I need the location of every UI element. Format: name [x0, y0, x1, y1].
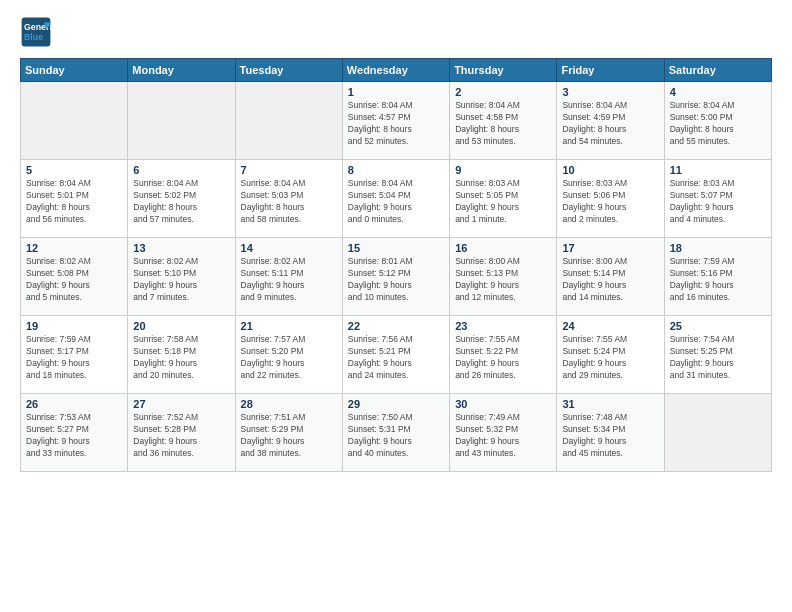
day-info: Sunrise: 8:03 AM Sunset: 5:05 PM Dayligh… — [455, 178, 551, 226]
calendar-cell: 5Sunrise: 8:04 AM Sunset: 5:01 PM Daylig… — [21, 160, 128, 238]
calendar-cell: 10Sunrise: 8:03 AM Sunset: 5:06 PM Dayli… — [557, 160, 664, 238]
calendar-cell: 14Sunrise: 8:02 AM Sunset: 5:11 PM Dayli… — [235, 238, 342, 316]
day-number: 1 — [348, 86, 444, 98]
day-number: 5 — [26, 164, 122, 176]
calendar-cell — [128, 82, 235, 160]
day-info: Sunrise: 8:04 AM Sunset: 4:59 PM Dayligh… — [562, 100, 658, 148]
calendar-cell: 24Sunrise: 7:55 AM Sunset: 5:24 PM Dayli… — [557, 316, 664, 394]
day-number: 26 — [26, 398, 122, 410]
column-header-friday: Friday — [557, 59, 664, 82]
column-header-thursday: Thursday — [450, 59, 557, 82]
day-info: Sunrise: 7:55 AM Sunset: 5:24 PM Dayligh… — [562, 334, 658, 382]
day-number: 2 — [455, 86, 551, 98]
day-info: Sunrise: 8:02 AM Sunset: 5:10 PM Dayligh… — [133, 256, 229, 304]
calendar-cell: 23Sunrise: 7:55 AM Sunset: 5:22 PM Dayli… — [450, 316, 557, 394]
day-number: 17 — [562, 242, 658, 254]
calendar-cell: 25Sunrise: 7:54 AM Sunset: 5:25 PM Dayli… — [664, 316, 771, 394]
day-number: 9 — [455, 164, 551, 176]
calendar-cell: 9Sunrise: 8:03 AM Sunset: 5:05 PM Daylig… — [450, 160, 557, 238]
day-info: Sunrise: 7:59 AM Sunset: 5:17 PM Dayligh… — [26, 334, 122, 382]
day-info: Sunrise: 8:04 AM Sunset: 4:58 PM Dayligh… — [455, 100, 551, 148]
day-number: 29 — [348, 398, 444, 410]
day-info: Sunrise: 7:58 AM Sunset: 5:18 PM Dayligh… — [133, 334, 229, 382]
week-row-3: 12Sunrise: 8:02 AM Sunset: 5:08 PM Dayli… — [21, 238, 772, 316]
calendar-cell: 31Sunrise: 7:48 AM Sunset: 5:34 PM Dayli… — [557, 394, 664, 472]
column-header-wednesday: Wednesday — [342, 59, 449, 82]
calendar-cell: 16Sunrise: 8:00 AM Sunset: 5:13 PM Dayli… — [450, 238, 557, 316]
page-container: General Blue SundayMondayTuesdayWednesda… — [0, 0, 792, 482]
calendar-cell: 18Sunrise: 7:59 AM Sunset: 5:16 PM Dayli… — [664, 238, 771, 316]
day-number: 16 — [455, 242, 551, 254]
day-info: Sunrise: 7:56 AM Sunset: 5:21 PM Dayligh… — [348, 334, 444, 382]
day-number: 12 — [26, 242, 122, 254]
day-number: 8 — [348, 164, 444, 176]
day-number: 31 — [562, 398, 658, 410]
svg-text:Blue: Blue — [24, 32, 43, 42]
day-info: Sunrise: 8:02 AM Sunset: 5:08 PM Dayligh… — [26, 256, 122, 304]
calendar-cell: 13Sunrise: 8:02 AM Sunset: 5:10 PM Dayli… — [128, 238, 235, 316]
header-row: SundayMondayTuesdayWednesdayThursdayFrid… — [21, 59, 772, 82]
calendar-cell: 15Sunrise: 8:01 AM Sunset: 5:12 PM Dayli… — [342, 238, 449, 316]
logo-icon: General Blue — [20, 16, 52, 48]
day-info: Sunrise: 7:51 AM Sunset: 5:29 PM Dayligh… — [241, 412, 337, 460]
day-info: Sunrise: 8:03 AM Sunset: 5:07 PM Dayligh… — [670, 178, 766, 226]
day-info: Sunrise: 7:57 AM Sunset: 5:20 PM Dayligh… — [241, 334, 337, 382]
calendar-cell: 7Sunrise: 8:04 AM Sunset: 5:03 PM Daylig… — [235, 160, 342, 238]
calendar-cell: 20Sunrise: 7:58 AM Sunset: 5:18 PM Dayli… — [128, 316, 235, 394]
week-row-1: 1Sunrise: 8:04 AM Sunset: 4:57 PM Daylig… — [21, 82, 772, 160]
calendar-cell: 11Sunrise: 8:03 AM Sunset: 5:07 PM Dayli… — [664, 160, 771, 238]
day-number: 30 — [455, 398, 551, 410]
day-number: 4 — [670, 86, 766, 98]
day-info: Sunrise: 8:04 AM Sunset: 4:57 PM Dayligh… — [348, 100, 444, 148]
day-number: 10 — [562, 164, 658, 176]
calendar-cell: 21Sunrise: 7:57 AM Sunset: 5:20 PM Dayli… — [235, 316, 342, 394]
calendar-cell: 4Sunrise: 8:04 AM Sunset: 5:00 PM Daylig… — [664, 82, 771, 160]
day-number: 28 — [241, 398, 337, 410]
column-header-sunday: Sunday — [21, 59, 128, 82]
calendar-cell: 27Sunrise: 7:52 AM Sunset: 5:28 PM Dayli… — [128, 394, 235, 472]
day-number: 27 — [133, 398, 229, 410]
day-number: 11 — [670, 164, 766, 176]
calendar-cell — [235, 82, 342, 160]
day-number: 21 — [241, 320, 337, 332]
day-number: 22 — [348, 320, 444, 332]
week-row-4: 19Sunrise: 7:59 AM Sunset: 5:17 PM Dayli… — [21, 316, 772, 394]
day-number: 14 — [241, 242, 337, 254]
calendar-cell: 1Sunrise: 8:04 AM Sunset: 4:57 PM Daylig… — [342, 82, 449, 160]
calendar-cell: 29Sunrise: 7:50 AM Sunset: 5:31 PM Dayli… — [342, 394, 449, 472]
column-header-monday: Monday — [128, 59, 235, 82]
day-info: Sunrise: 8:00 AM Sunset: 5:14 PM Dayligh… — [562, 256, 658, 304]
day-number: 3 — [562, 86, 658, 98]
calendar-cell: 3Sunrise: 8:04 AM Sunset: 4:59 PM Daylig… — [557, 82, 664, 160]
day-info: Sunrise: 8:04 AM Sunset: 5:03 PM Dayligh… — [241, 178, 337, 226]
day-info: Sunrise: 7:59 AM Sunset: 5:16 PM Dayligh… — [670, 256, 766, 304]
day-info: Sunrise: 7:49 AM Sunset: 5:32 PM Dayligh… — [455, 412, 551, 460]
day-info: Sunrise: 8:04 AM Sunset: 5:04 PM Dayligh… — [348, 178, 444, 226]
calendar-cell: 6Sunrise: 8:04 AM Sunset: 5:02 PM Daylig… — [128, 160, 235, 238]
column-header-tuesday: Tuesday — [235, 59, 342, 82]
calendar-cell: 12Sunrise: 8:02 AM Sunset: 5:08 PM Dayli… — [21, 238, 128, 316]
day-info: Sunrise: 7:48 AM Sunset: 5:34 PM Dayligh… — [562, 412, 658, 460]
day-number: 24 — [562, 320, 658, 332]
day-number: 23 — [455, 320, 551, 332]
calendar-cell: 28Sunrise: 7:51 AM Sunset: 5:29 PM Dayli… — [235, 394, 342, 472]
calendar-cell: 26Sunrise: 7:53 AM Sunset: 5:27 PM Dayli… — [21, 394, 128, 472]
day-info: Sunrise: 7:54 AM Sunset: 5:25 PM Dayligh… — [670, 334, 766, 382]
day-number: 7 — [241, 164, 337, 176]
day-number: 18 — [670, 242, 766, 254]
day-info: Sunrise: 8:04 AM Sunset: 5:01 PM Dayligh… — [26, 178, 122, 226]
week-row-5: 26Sunrise: 7:53 AM Sunset: 5:27 PM Dayli… — [21, 394, 772, 472]
logo: General Blue — [20, 16, 52, 48]
calendar-cell: 8Sunrise: 8:04 AM Sunset: 5:04 PM Daylig… — [342, 160, 449, 238]
calendar-table: SundayMondayTuesdayWednesdayThursdayFrid… — [20, 58, 772, 472]
day-info: Sunrise: 8:01 AM Sunset: 5:12 PM Dayligh… — [348, 256, 444, 304]
day-info: Sunrise: 7:53 AM Sunset: 5:27 PM Dayligh… — [26, 412, 122, 460]
day-number: 19 — [26, 320, 122, 332]
day-info: Sunrise: 7:52 AM Sunset: 5:28 PM Dayligh… — [133, 412, 229, 460]
day-info: Sunrise: 8:02 AM Sunset: 5:11 PM Dayligh… — [241, 256, 337, 304]
day-number: 15 — [348, 242, 444, 254]
day-info: Sunrise: 7:55 AM Sunset: 5:22 PM Dayligh… — [455, 334, 551, 382]
calendar-cell: 19Sunrise: 7:59 AM Sunset: 5:17 PM Dayli… — [21, 316, 128, 394]
header: General Blue — [20, 16, 772, 48]
day-number: 13 — [133, 242, 229, 254]
